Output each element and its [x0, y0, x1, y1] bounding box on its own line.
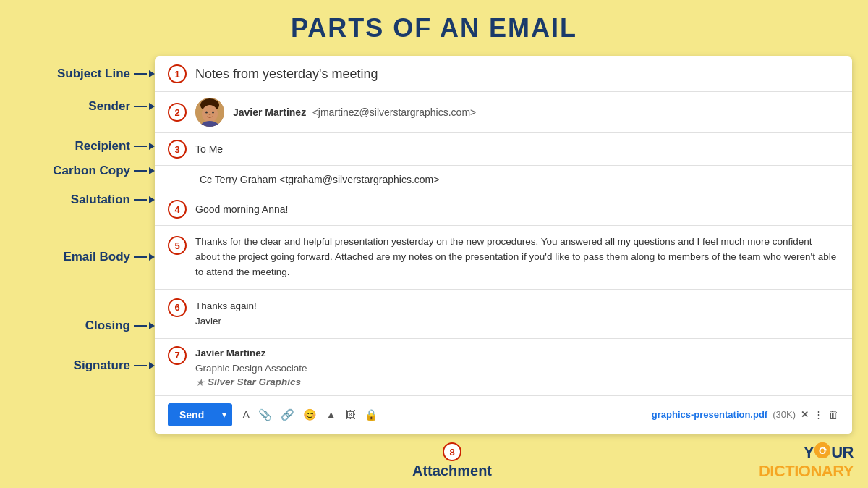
attachment-x-icon[interactable]: ✕: [801, 409, 809, 420]
yd-your-text: Y: [804, 443, 814, 462]
send-button-group: Send ▾: [168, 403, 232, 426]
circle-8: 8: [443, 442, 461, 461]
sig-company-row: ★ Silver Star Graphics: [195, 376, 307, 388]
email-body-section: 5 Thanks for the clear and helpful prese…: [155, 226, 852, 290]
attachment-label: Attachment: [412, 463, 492, 479]
salutation-text: Good morning Anna!: [195, 203, 288, 215]
email-panel: 1 Notes from yesterday's meeting 2: [155, 56, 852, 434]
send-dropdown-button[interactable]: ▾: [216, 404, 232, 426]
attachment-icon[interactable]: 📎: [258, 408, 272, 421]
sig-company: Silver Star Graphics: [208, 376, 301, 387]
page-background: PARTS OF AN EMAIL Subject Line Sender: [0, 0, 868, 488]
yd-o-letter: O: [814, 442, 830, 458]
closing-line2: Javier: [195, 314, 257, 329]
photo-icon[interactable]: 🖼: [345, 408, 356, 421]
circle-5: 5: [168, 236, 187, 255]
salutation-label: Salutation: [71, 193, 155, 207]
circle-1: 1: [168, 64, 187, 83]
email-body-text: Thanks for the clear and helpful present…: [195, 235, 839, 280]
sender-info: Javier Martinez <jmartinez@silverstargra…: [233, 106, 476, 119]
subject-text: Notes from yesterday's meeting: [195, 67, 378, 82]
cc-text: Cc Terry Graham <tgraham@silverstargraph…: [200, 174, 439, 185]
yd-dictionary-text: DICTIONARY: [759, 462, 854, 481]
sig-title: Graphic Design Associate: [195, 361, 307, 376]
subject-row: 1 Notes from yesterday's meeting: [155, 56, 852, 92]
recipient-label: Recipient: [75, 139, 155, 153]
attachment-more-icon[interactable]: ⋮: [814, 409, 823, 420]
font-format-icon[interactable]: A: [242, 408, 250, 421]
signature-section: 7 Javier Martinez Graphic Design Associa…: [155, 339, 852, 396]
link-icon[interactable]: 🔗: [281, 408, 294, 421]
svg-point-4: [205, 112, 208, 114]
svg-text:O: O: [819, 445, 826, 456]
sig-name: Javier Martinez: [195, 346, 307, 361]
circle-3: 3: [168, 140, 187, 159]
carbon-copy-label: Carbon Copy: [53, 164, 155, 178]
recipient-text: To Me: [195, 143, 223, 155]
sender-row: 2: [155, 92, 852, 133]
circle-4: 4: [168, 200, 187, 219]
svg-point-5: [212, 112, 214, 114]
emoji-icon[interactable]: 😊: [303, 408, 317, 421]
labels-column: Subject Line Sender Recipient: [10, 51, 155, 474]
attachment-delete-icon[interactable]: 🗑: [828, 408, 839, 421]
attachment-size: (30K): [773, 409, 796, 420]
salutation-row: 4 Good morning Anna!: [155, 193, 852, 226]
send-button[interactable]: Send: [168, 403, 216, 426]
svg-point-6: [209, 114, 211, 115]
circle-2: 2: [168, 103, 187, 122]
yourdictionary-logo: Y O UR DICTIONARY: [759, 442, 854, 481]
closing-label: Closing: [85, 319, 155, 333]
attachment-filename[interactable]: graphics-presentation.pdf: [652, 409, 767, 420]
attachment-area: 8 Attachment: [412, 442, 492, 479]
subject-line-label: Subject Line: [57, 67, 155, 81]
toolbar-icons: A 📎 🔗 😊 ▲ 🖼 🔒: [242, 408, 378, 421]
email-body-label: Email Body: [63, 250, 155, 264]
closing-line1: Thanks again!: [195, 298, 257, 314]
page-title: PARTS OF AN EMAIL: [0, 0, 868, 51]
circle-7: 7: [168, 346, 187, 365]
recipient-row: 3 To Me: [155, 133, 852, 166]
attachment-info: graphics-presentation.pdf (30K) ✕ ⋮ 🗑: [652, 408, 839, 421]
sender-label: Sender: [88, 99, 155, 114]
lock-icon[interactable]: 🔒: [365, 408, 378, 421]
closing-section: 6 Thanks again! Javier: [155, 290, 852, 339]
sender-name: Javier Martinez: [233, 106, 306, 118]
drive-icon[interactable]: ▲: [326, 408, 336, 421]
star-icon: ★: [195, 376, 205, 388]
avatar-svg: [195, 98, 224, 127]
cc-row: Cc Terry Graham <tgraham@silverstargraph…: [155, 166, 852, 193]
sender-avatar: [195, 98, 224, 127]
signature-label: Signature: [74, 358, 155, 373]
yd-ur-text: UR: [831, 443, 854, 462]
circle-6: 6: [168, 298, 187, 317]
email-toolbar: Send ▾ A 📎 🔗 😊 ▲ 🖼 🔒 graphics-presentati…: [155, 396, 852, 434]
sender-email: <jmartinez@silverstargraphics.com>: [312, 106, 477, 118]
